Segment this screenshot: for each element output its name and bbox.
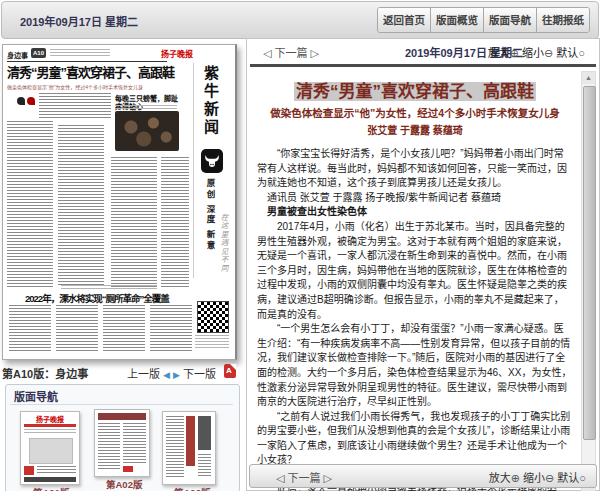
article-panel: ◁ 下一篇 ▷ 2019年09月17日 星期二 放大⊕ 缩小⊖ 默认○ 清秀“男… xyxy=(246,38,600,491)
page-prev-next: 上一版 ◀ ▶ 下一版 xyxy=(127,365,216,381)
zoom-default-icon[interactable]: ○ xyxy=(578,47,585,59)
zoom-in-button[interactable]: 放大 xyxy=(488,47,510,59)
paper-section-name: 身边事 xyxy=(7,50,28,60)
fake-text-column xyxy=(7,121,53,287)
prev-article-arrow-icon[interactable]: ◁ xyxy=(263,47,271,59)
quote-mark-icon xyxy=(27,97,35,105)
pdf-download-icon[interactable] xyxy=(224,364,236,378)
zoom-out-button[interactable]: 缩小 xyxy=(522,47,544,59)
newspaper-page-preview[interactable]: 身边事 A10 扬子晚报 清秀“男童”喜欢穿裙子、高跟鞋 做染色体检查显示“他”… xyxy=(2,44,237,360)
edition-date: 2019年09月17日 星期二 xyxy=(20,13,138,29)
fake-text-column xyxy=(98,423,120,471)
ziniu-banner-title: 紫牛新闻 xyxy=(200,65,221,137)
toolbar-button-group: 返回首页 版面概览 版面导航 往期报纸 xyxy=(377,7,590,33)
article-title: 清秀“男童”喜欢穿裙子、高跟鞋 xyxy=(257,81,573,103)
bull-logo-icon xyxy=(201,149,223,173)
thumb-page-a02[interactable] xyxy=(94,409,150,477)
next-article-control[interactable]: ◁ 下一篇 ▷ xyxy=(263,44,319,60)
zoom-out-icon[interactable]: ⊖ xyxy=(545,472,554,484)
qr-code xyxy=(197,301,229,333)
article-paragraph: “一个男生怎么会有小丁丁，却没有蛋蛋？”小雨一家满心疑惑。医生介绍：“有一种疾病… xyxy=(257,322,573,410)
fake-text-column xyxy=(166,416,184,478)
paper-headline: 清秀“男童”喜欢穿裙子、高跟鞋 xyxy=(7,65,179,80)
zoom-in-button[interactable]: 放大 xyxy=(489,472,511,484)
banner-tagline: 在这里遇见不同 xyxy=(218,213,229,273)
home-button[interactable]: 返回首页 xyxy=(378,8,431,32)
zoom-default-button[interactable]: 默认 xyxy=(557,472,579,484)
fake-text-column xyxy=(58,125,104,287)
fake-text-column xyxy=(161,157,189,287)
paper-page-badge: A10 xyxy=(31,48,46,58)
article-paragraph: 2017年4月，小雨（化名）出生于苏北某市。当时，因具备完整的男性生殖器外观，被… xyxy=(257,220,573,322)
article-paragraph: “之前有人说过我们小雨长得秀气，我也发现孩子的小丁丁确实比别的男宝要小些，但我们… xyxy=(257,410,573,468)
zoom-out-icon[interactable]: ⊖ xyxy=(544,47,553,59)
thumb-a02-label[interactable]: 第A02版 xyxy=(106,477,142,491)
crab-dish-photo xyxy=(115,111,179,151)
fake-text-column xyxy=(150,305,192,353)
next-article-control-bottom[interactable]: ◁ 下一篇 ▷ xyxy=(276,469,332,485)
banner-slogan: 原创 深度 新意 xyxy=(204,179,216,251)
prev-article-arrow-icon[interactable]: ◁ xyxy=(276,472,284,484)
top-toolbar: 2019年09月17日 星期二 返回首页 版面概览 版面导航 往期报纸 xyxy=(1,1,599,39)
fake-text-column xyxy=(123,423,146,463)
current-page-label: 第A10版：身边事 xyxy=(2,365,88,381)
fake-text-column xyxy=(111,157,157,287)
zoom-default-icon[interactable]: ○ xyxy=(579,472,586,484)
article-subhead: 男童被查出女性染色体 xyxy=(257,205,573,220)
paper-article3-kicker xyxy=(61,285,157,289)
red-vertical-band xyxy=(186,416,195,466)
article-content: 清秀“男童”喜欢穿裙子、高跟鞋 做染色体检查显示“他”为女性，经过4个多小时手术… xyxy=(257,69,573,491)
zoom-out-button[interactable]: 缩小 xyxy=(523,472,545,484)
past-issues-button[interactable]: 往期报纸 xyxy=(537,8,589,32)
photo-strip xyxy=(198,416,211,450)
page-nav-title: 版面导航 xyxy=(14,388,58,404)
quote-mark-icon xyxy=(17,97,25,105)
page-navigation-panel: 版面导航 扬子晚报 第A01版 第A02版 第A03版 ◀ ▶ xyxy=(5,384,240,491)
paper-article3-title: 2022年，溧水将实现“厕所革命”全覆盖 xyxy=(25,291,205,305)
next-article-label[interactable]: 下一篇 xyxy=(275,47,308,59)
fake-text-block xyxy=(37,466,76,475)
paper-subheadline: 做染色体检查显示“他”为女性，经过4个多小时手术恢复女儿身 xyxy=(7,83,177,90)
thumb-a01-label[interactable]: 第A01版 xyxy=(33,485,69,491)
next-page-arrow-icon[interactable]: ▶ xyxy=(173,370,180,380)
article-top-bar: ◁ 下一篇 ▷ 2019年09月17日 星期二 放大⊕ 缩小⊖ 默认○ xyxy=(247,39,599,63)
article-bottom-bar: ◁ 下一篇 ▷ 放大⊕ 缩小⊖ 默认○ xyxy=(249,464,597,488)
prev-page-link[interactable]: 上一版 xyxy=(127,368,160,380)
front-page-photo xyxy=(29,438,73,464)
page-label-row: 第A10版：身边事 上一版 ◀ ▶ 下一版 xyxy=(2,364,238,380)
red-rule xyxy=(24,424,76,427)
dark-band xyxy=(24,477,76,482)
fake-text-column xyxy=(9,305,51,353)
zoom-controls: 放大⊕ 缩小⊖ 默认○ xyxy=(488,44,585,60)
page-nav-button[interactable]: 版面导航 xyxy=(484,8,537,32)
scrollbar-thumb[interactable] xyxy=(583,86,596,440)
e-paper-reader: 2019年09月17日 星期二 返回首页 版面概览 版面导航 往期报纸 身边事 … xyxy=(0,0,600,491)
article-scrollbar[interactable]: ▲ ▼ xyxy=(581,71,596,491)
zoom-default-button[interactable]: 默认 xyxy=(556,47,578,59)
red-block xyxy=(24,466,34,475)
thumb-page-a01[interactable]: 扬子晚报 xyxy=(20,411,80,485)
paper-header-rule xyxy=(7,61,167,62)
fake-text-block xyxy=(24,429,76,435)
next-article-arrow-icon[interactable]: ▷ xyxy=(324,472,332,484)
next-article-arrow-icon[interactable]: ▷ xyxy=(311,47,319,59)
fake-text-block xyxy=(39,93,111,119)
headline-band xyxy=(98,413,146,420)
fake-text-column xyxy=(56,305,98,353)
page-overview-button[interactable]: 版面概览 xyxy=(431,8,484,32)
next-article-label[interactable]: 下一篇 xyxy=(288,472,321,484)
title-divider-rule xyxy=(250,64,596,67)
qr-caption xyxy=(195,335,229,349)
zoom-in-icon[interactable]: ⊕ xyxy=(510,47,519,59)
zoom-in-icon[interactable]: ⊕ xyxy=(511,472,520,484)
prev-page-arrow-icon[interactable]: ◀ xyxy=(163,370,170,380)
next-page-link[interactable]: 下一版 xyxy=(183,368,216,380)
thumb-a03-label[interactable]: 第A03版 xyxy=(174,485,210,491)
paper-article2-subline xyxy=(115,105,177,109)
scrollbar-up-arrow-icon[interactable]: ▲ xyxy=(582,72,595,84)
ziniu-news-banner: 紫牛新闻 原创 深度 新意 在这里遇见不同 xyxy=(193,63,234,278)
article-authors: 张艾萱 于露露 蔡蕴琦 xyxy=(257,122,573,137)
red-block xyxy=(123,466,133,472)
thumb-page-a03[interactable] xyxy=(162,411,216,485)
thumb-a01-masthead: 扬子晚报 xyxy=(21,414,79,424)
